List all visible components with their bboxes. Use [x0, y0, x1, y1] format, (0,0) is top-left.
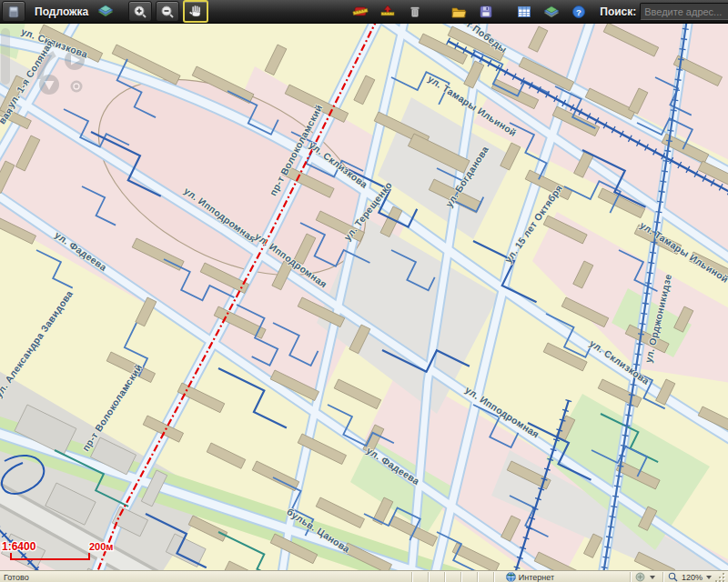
scale-ratio-text: 1:6400 — [2, 540, 36, 553]
app-cabinet-icon[interactable] — [2, 1, 25, 22]
measure-route-button[interactable] — [376, 1, 399, 22]
statusbar-divider — [444, 572, 446, 582]
table-icon — [517, 5, 531, 19]
pan-hand-icon — [189, 5, 203, 18]
svg-text:?: ? — [576, 6, 581, 16]
zoom-in-button[interactable] — [128, 1, 152, 22]
protected-mode-icon[interactable] — [635, 572, 646, 582]
ruler-arrow-icon — [379, 5, 396, 19]
gis-application-window: { "toolbar": { "layer_button_label": "По… — [0, 0, 728, 582]
statusbar-divider — [477, 572, 479, 582]
security-zone[interactable]: Интернет — [506, 572, 554, 582]
statusbar-right-controls: 120% — [630, 572, 728, 582]
protected-mode-caret-icon[interactable] — [650, 576, 655, 579]
trash-icon — [408, 5, 422, 19]
map-layers-button[interactable] — [540, 1, 563, 22]
open-button[interactable] — [447, 1, 470, 22]
globe-icon — [506, 572, 516, 582]
search-group: Поиск: — [600, 3, 728, 20]
layers-stack-icon — [542, 5, 561, 19]
search-input[interactable] — [640, 3, 728, 20]
layer-button-label[interactable]: Подложка — [35, 5, 88, 18]
question-icon: ? — [571, 5, 586, 19]
pan-hand-button[interactable] — [183, 0, 208, 23]
attributes-table-button[interactable] — [512, 1, 536, 22]
search-label: Поиск: — [600, 5, 636, 18]
map-canvas[interactable]: 1:6400 200м ул. Склизковаул. 1-я Соляная… — [0, 23, 728, 570]
scale-bar-text: 200м — [89, 541, 114, 552]
save-button[interactable] — [474, 1, 498, 22]
zoom-out-button[interactable] — [156, 1, 179, 22]
floppy-icon — [479, 5, 493, 19]
ruler-icon — [352, 5, 369, 19]
statusbar-divider — [630, 572, 632, 582]
main-toolbar: Подложка ? Поиск: — [0, 0, 728, 24]
statusbar-divider — [411, 572, 413, 582]
magnifier-plus-icon — [133, 5, 147, 19]
help-button[interactable]: ? — [567, 1, 591, 22]
statusbar-divider — [662, 572, 664, 582]
measure-length-button[interactable] — [349, 1, 372, 22]
zone-label: Интернет — [519, 573, 554, 582]
basemap-layers-icon[interactable] — [94, 1, 117, 22]
zoom-magnifier-icon — [668, 572, 678, 582]
zoom-level-caret-icon[interactable] — [706, 576, 712, 579]
zoom-level-text[interactable]: 120% — [682, 573, 703, 582]
statusbar-divider — [493, 572, 495, 582]
magnifier-minus-icon — [160, 5, 175, 19]
delete-button[interactable] — [403, 1, 427, 22]
status-text: Готово — [0, 573, 29, 582]
resize-grip[interactable] — [715, 573, 724, 582]
statusbar-divider — [428, 572, 430, 582]
status-bar: Готово Интернет 120% — [0, 570, 728, 582]
map-graphics: 1:6400 200м — [0, 23, 728, 570]
folder-icon — [450, 5, 467, 19]
statusbar-divider — [460, 572, 462, 582]
ghost-zoom-slider[interactable] — [1, 28, 10, 85]
